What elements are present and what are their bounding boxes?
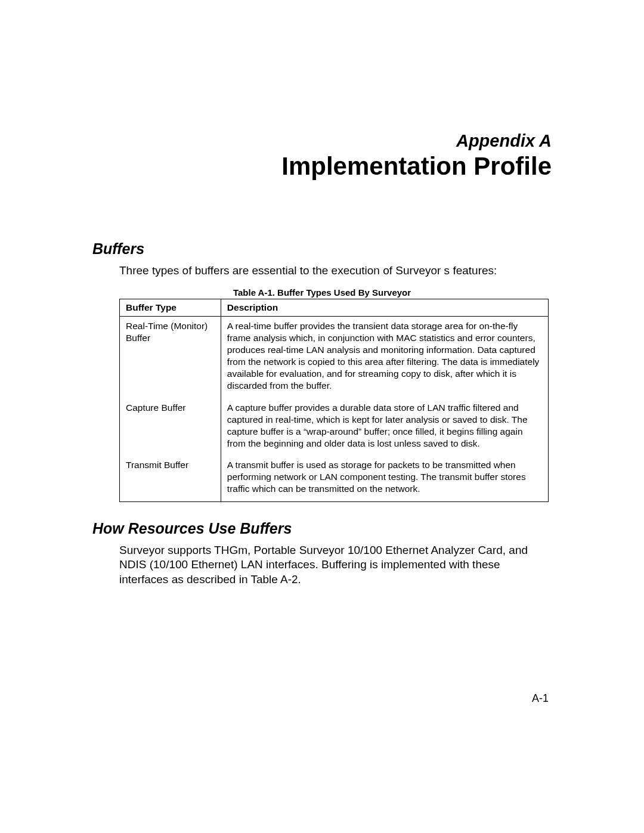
table-header-description: Description: [221, 299, 548, 316]
table-row: Capture Buffer A capture buffer provides…: [120, 398, 549, 456]
cell-buffer-type: Transmit Buffer: [120, 456, 221, 501]
resources-body-text: Surveyor supports THGm, Portable Surveyo…: [119, 543, 552, 587]
buffer-types-table: Buffer Type Description Real-Time (Monit…: [119, 299, 549, 502]
buffers-intro-text: Three types of buffers are essential to …: [119, 264, 552, 278]
cell-description: A transmit buffer is used as storage for…: [221, 456, 548, 501]
table-caption: Table A-1. Buffer Types Used By Surveyor: [92, 287, 552, 298]
cell-buffer-type: Capture Buffer: [120, 398, 221, 456]
page-title: Implementation Profile: [92, 152, 552, 181]
section-heading-resources: How Resources Use Buffers: [92, 520, 552, 537]
table-row: Transmit Buffer A transmit buffer is use…: [120, 456, 549, 501]
cell-buffer-type: Real-Time (Monitor) Buffer: [120, 316, 221, 398]
table-header-type: Buffer Type: [120, 299, 221, 316]
table-row: Real-Time (Monitor) Buffer A real-time b…: [120, 316, 549, 398]
appendix-label: Appendix A: [92, 131, 552, 151]
section-heading-buffers: Buffers: [92, 240, 552, 258]
page-number: A-1: [532, 692, 549, 705]
cell-description: A real-time buffer provides the transien…: [221, 316, 548, 398]
cell-description: A capture buffer provides a durable data…: [221, 398, 548, 456]
